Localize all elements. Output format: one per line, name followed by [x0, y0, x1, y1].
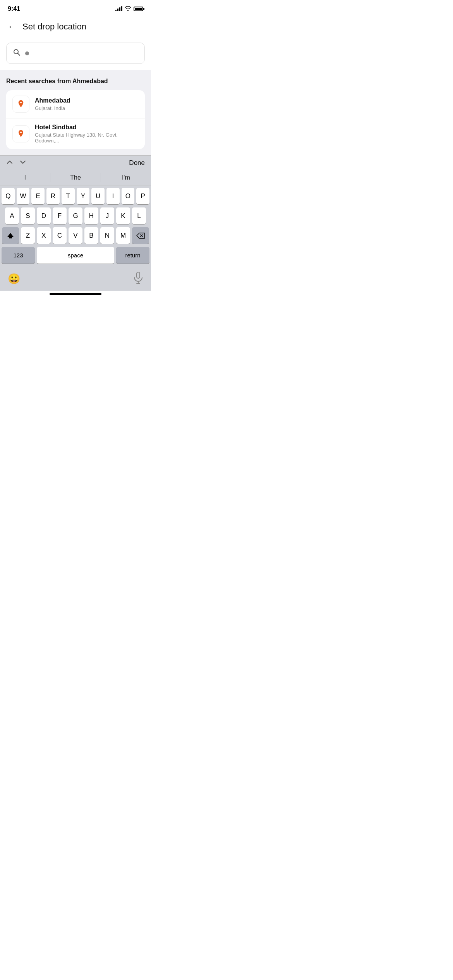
- key-p[interactable]: P: [136, 188, 149, 204]
- location-pin-icon: [16, 129, 26, 139]
- key-g[interactable]: G: [69, 207, 82, 224]
- back-button[interactable]: ←: [6, 20, 18, 33]
- key-z[interactable]: Z: [21, 227, 35, 244]
- text-cursor: [25, 51, 29, 55]
- space-key[interactable]: space: [37, 247, 114, 264]
- result-name: Ahmedabad: [35, 97, 70, 104]
- keyboard-row-1: Q W E R T Y U I O P: [2, 188, 149, 204]
- key-s[interactable]: S: [21, 207, 35, 224]
- location-icon-box: [12, 125, 29, 142]
- key-c[interactable]: C: [53, 227, 67, 244]
- next-suggestion-button[interactable]: [19, 159, 26, 167]
- keyboard-row-2: A S D F G H J K L: [2, 207, 149, 224]
- list-item[interactable]: Ahmedabad Gujarat, India: [6, 90, 145, 118]
- bottom-bar: 😀: [0, 268, 151, 291]
- key-f[interactable]: F: [53, 207, 67, 224]
- key-y[interactable]: Y: [77, 188, 90, 204]
- keyboard-toolbar: Done: [0, 155, 151, 170]
- key-e[interactable]: E: [31, 188, 45, 204]
- done-button[interactable]: Done: [129, 159, 145, 167]
- keyboard-row-4: 123 space return: [2, 247, 149, 264]
- svg-marker-4: [7, 233, 14, 238]
- key-o[interactable]: O: [122, 188, 135, 204]
- key-h[interactable]: H: [84, 207, 98, 224]
- keyboard-row-3: Z X C V B N M: [2, 227, 149, 244]
- key-u[interactable]: U: [91, 188, 105, 204]
- result-name: Hotel Sindbad: [35, 124, 139, 131]
- location-pin-icon: [16, 99, 26, 109]
- return-key[interactable]: return: [116, 247, 149, 264]
- recent-section-title: Recent searches from Ahmedabad: [6, 78, 145, 85]
- header: ← Set drop location: [0, 15, 151, 39]
- key-v[interactable]: V: [69, 227, 82, 244]
- home-indicator: [50, 293, 101, 295]
- prev-suggestion-button[interactable]: [6, 159, 13, 167]
- recent-section: Recent searches from Ahmedabad Ahmedabad…: [0, 70, 151, 155]
- search-container: [0, 39, 151, 70]
- key-t[interactable]: T: [62, 188, 75, 204]
- result-text: Ahmedabad Gujarat, India: [35, 97, 70, 111]
- status-time: 9:41: [8, 5, 20, 12]
- key-n[interactable]: N: [100, 227, 114, 244]
- key-d[interactable]: D: [37, 207, 51, 224]
- svg-line-1: [18, 53, 20, 56]
- key-x[interactable]: X: [37, 227, 51, 244]
- autocomplete-item-0[interactable]: I: [0, 170, 50, 185]
- search-box[interactable]: [6, 43, 145, 64]
- svg-rect-7: [137, 272, 140, 278]
- autocomplete-bar: I The I'm: [0, 170, 151, 185]
- shift-key[interactable]: [2, 227, 19, 244]
- keyboard: Q W E R T Y U I O P A S D F G H J K L Z …: [0, 185, 151, 268]
- key-b[interactable]: B: [84, 227, 98, 244]
- status-icons: [115, 6, 143, 12]
- signal-icon: [115, 7, 122, 11]
- results-card: Ahmedabad Gujarat, India Hotel Sindbad G…: [6, 90, 145, 149]
- page-title: Set drop location: [22, 22, 86, 32]
- autocomplete-item-2[interactable]: I'm: [101, 170, 151, 185]
- autocomplete-item-1[interactable]: The: [50, 170, 100, 185]
- key-j[interactable]: J: [100, 207, 114, 224]
- key-r[interactable]: R: [46, 188, 60, 204]
- toolbar-arrows: [6, 159, 26, 167]
- key-l[interactable]: L: [132, 207, 146, 224]
- key-k[interactable]: K: [116, 207, 130, 224]
- key-w[interactable]: W: [17, 188, 30, 204]
- status-bar: 9:41: [0, 0, 151, 15]
- location-icon-box: [12, 96, 29, 113]
- key-m[interactable]: M: [116, 227, 130, 244]
- emoji-button[interactable]: 😀: [8, 273, 20, 285]
- wifi-icon: [125, 6, 131, 12]
- search-icon: [13, 48, 21, 58]
- result-address: Gujarat, India: [35, 105, 70, 111]
- svg-point-2: [20, 102, 22, 103]
- key-i[interactable]: I: [106, 188, 120, 204]
- key-a[interactable]: A: [5, 207, 19, 224]
- list-item[interactable]: Hotel Sindbad Gujarat State Highway 138,…: [6, 118, 145, 149]
- svg-point-3: [20, 132, 22, 133]
- result-address: Gujarat State Highway 138, Nr. Govt. God…: [35, 132, 139, 144]
- battery-icon: [134, 7, 143, 11]
- backspace-key[interactable]: [132, 227, 149, 244]
- result-text: Hotel Sindbad Gujarat State Highway 138,…: [35, 124, 139, 144]
- number-key[interactable]: 123: [2, 247, 35, 264]
- key-q[interactable]: Q: [2, 188, 15, 204]
- microphone-button[interactable]: [133, 271, 143, 286]
